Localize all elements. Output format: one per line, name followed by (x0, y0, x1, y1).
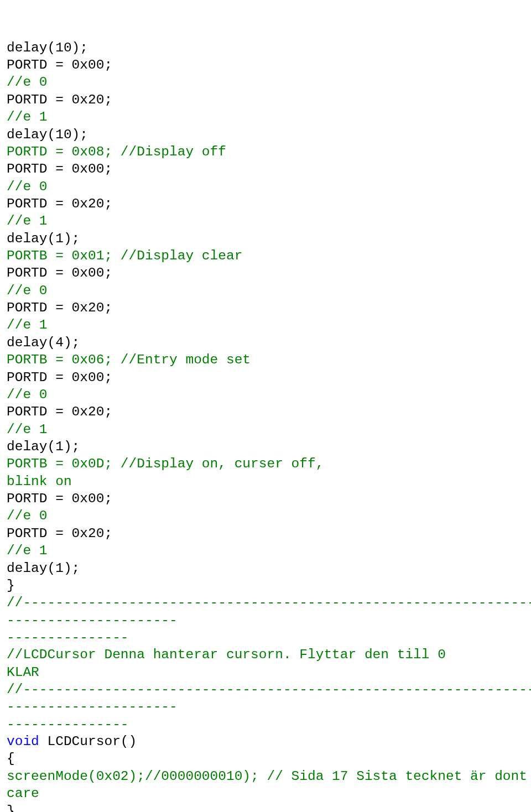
code-line: //e 1 (7, 317, 48, 332)
code-line: PORTB = 0x01; //Display clear (7, 248, 242, 263)
code-line: --------------- (7, 630, 129, 645)
code-line: delay(1); (7, 231, 80, 246)
code-line: } (7, 578, 15, 593)
code-line: //e 0 (7, 283, 48, 298)
code-line: care (7, 786, 39, 801)
code-line: //LCDCursor Denna hanterar cursorn. Flyt… (7, 647, 446, 662)
code-line: delay(4); (7, 335, 80, 350)
code-line: blink on (7, 474, 72, 489)
code-line: delay(1); (7, 439, 80, 454)
code-line: PORTB = 0x0D; //Display on, curser off, (7, 456, 324, 471)
code-line: //e 1 (7, 110, 48, 124)
code-token: void (7, 734, 39, 749)
code-line: //e 0 (7, 75, 48, 90)
code-line: //--------------------------------------… (7, 682, 531, 697)
code-line: screenMode(0x02);//0000000010); // Sida … (7, 769, 527, 784)
code-line: PORTD = 0x00; (7, 162, 112, 176)
code-line: //e 1 (7, 543, 48, 558)
code-line: PORTB = 0x06; //Entry mode set (7, 352, 251, 367)
code-line: --------------------- (7, 613, 178, 628)
code-line: //e 1 (7, 422, 48, 437)
code-line: PORTD = 0x08; //Display off (7, 144, 226, 159)
code-line: delay(10); (7, 127, 88, 142)
code-line: PORTD = 0x00; (7, 266, 112, 280)
code-token: LCDCursor() (39, 734, 137, 749)
code-line: PORTD = 0x20; (7, 300, 112, 315)
code-line: PORTD = 0x00; (7, 370, 112, 385)
code-line: //e 0 (7, 179, 48, 194)
code-line: --------------- (7, 717, 129, 732)
code-line: PORTD = 0x20; (7, 404, 112, 419)
code-line: //e 1 (7, 214, 48, 228)
code-line: //--------------------------------------… (7, 595, 531, 610)
code-line: PORTD = 0x20; (7, 92, 112, 107)
code-line: PORTD = 0x20; (7, 196, 112, 211)
code-line: delay(10); (7, 40, 88, 55)
code-line: PORTD = 0x00; (7, 58, 112, 72)
code-line: } (7, 804, 15, 812)
code-line: KLAR (7, 665, 39, 680)
code-line: --------------------- (7, 699, 178, 714)
code-line: //e 0 (7, 387, 48, 402)
code-line: delay(1); (7, 561, 80, 576)
code-block: delay(10); PORTD = 0x00; //e 0 PORTD = 0… (7, 39, 524, 812)
code-line: { (7, 751, 15, 766)
code-line: PORTD = 0x00; (7, 491, 112, 506)
code-line: //e 0 (7, 508, 48, 523)
code-line: PORTD = 0x20; (7, 526, 112, 541)
code-line: void LCDCursor() (7, 734, 137, 749)
